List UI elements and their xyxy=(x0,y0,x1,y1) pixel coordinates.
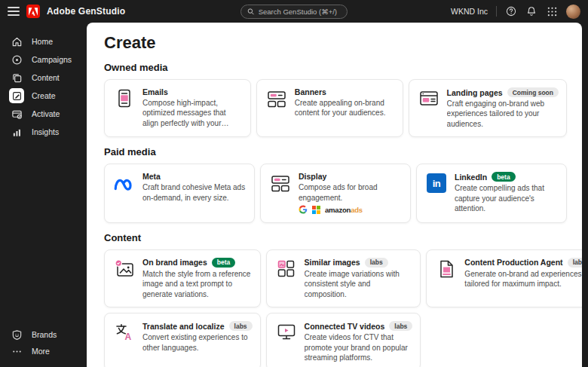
card-connected-tv-videos[interactable]: Connected TV videos labs Create videos f… xyxy=(266,313,421,367)
sidebar-item-label: Insights xyxy=(32,127,59,136)
sidebar-item-label: Activate xyxy=(32,109,60,118)
display-ads-icon xyxy=(270,172,291,215)
card-description: Compose high-impact, optimized messages … xyxy=(142,98,243,128)
card-similar-images[interactable]: Similar images labs Create image variati… xyxy=(266,249,421,307)
card-title: Meta xyxy=(142,172,161,181)
meta-logo xyxy=(114,172,135,215)
card-description: Craft engaging on-brand web experiences … xyxy=(447,99,559,129)
sidebar-item-label: More xyxy=(32,347,50,356)
sidebar-item-activate[interactable]: Activate xyxy=(0,106,87,122)
search-input[interactable] xyxy=(259,8,341,16)
topbar-divider xyxy=(496,6,497,17)
amazon-ads-logo: amazonads xyxy=(325,206,363,214)
card-description: Convert existing experiences to other la… xyxy=(142,332,253,353)
card-title: Display xyxy=(299,172,326,181)
card-translate-and-localize[interactable]: A Translate and localize labs Convert ex… xyxy=(104,313,261,367)
sidebar-item-campaigns[interactable]: Campaigns xyxy=(0,51,87,68)
sidebar-item-home[interactable]: Home xyxy=(0,33,87,50)
sidebar-item-label: Campaigns xyxy=(32,55,72,64)
card-description: Create appealing on-brand content for yo… xyxy=(295,98,395,118)
notifications-bell-icon[interactable] xyxy=(525,5,537,17)
app-title: Adobe GenStudio xyxy=(47,6,125,17)
card-title: Banners xyxy=(295,87,326,96)
linkedin-logo: in xyxy=(426,172,447,215)
landing-page-icon xyxy=(418,87,439,129)
svg-text:A: A xyxy=(125,332,132,342)
email-icon xyxy=(114,87,135,129)
labs-badge: labs xyxy=(365,258,388,268)
main-panel: Create Owned media Emails Compose high-i… xyxy=(87,23,582,367)
on-brand-images-icon xyxy=(114,258,135,299)
content-production-agent-icon xyxy=(436,258,457,299)
section-heading-owned-media: Owned media xyxy=(104,62,567,73)
labs-badge: labs xyxy=(568,258,582,268)
more-icon xyxy=(9,344,24,359)
card-on-brand-images[interactable]: On brand images beta Match the style fro… xyxy=(104,249,261,307)
sidebar-item-label: Home xyxy=(32,37,53,46)
search-icon xyxy=(247,8,255,16)
sidebar-item-label: Content xyxy=(32,73,60,82)
campaigns-icon xyxy=(9,52,24,67)
beta-badge: beta xyxy=(492,172,515,182)
create-icon xyxy=(9,88,24,103)
sidebar-item-label: Create xyxy=(32,91,56,100)
card-description: Compose ads for broad engagement. xyxy=(299,182,403,203)
home-icon xyxy=(9,34,24,49)
beta-badge: beta xyxy=(212,258,235,268)
card-banners[interactable]: Banners Create appealing on-brand conten… xyxy=(256,79,403,137)
section-heading-content: Content xyxy=(104,232,567,243)
card-title: Similar images xyxy=(305,258,360,267)
sidebar-item-label: Brands xyxy=(32,330,57,339)
sidebar: Home Campaigns Content xyxy=(0,23,87,367)
card-description: Create compelling ads that capture your … xyxy=(455,183,559,213)
activate-icon xyxy=(9,106,24,121)
card-content-production-agent[interactable]: Content Production Agent labs Generate o… xyxy=(426,249,582,307)
card-title: LinkedIn xyxy=(455,173,487,182)
card-display[interactable]: Display Compose ads for broad engagement… xyxy=(260,164,411,223)
microsoft-logo xyxy=(312,206,320,214)
sidebar-item-insights[interactable]: Insights xyxy=(0,124,87,140)
card-description: Craft brand cohesive Meta ads on-demand,… xyxy=(142,182,247,203)
translate-icon: A xyxy=(114,321,135,362)
card-title: Translate and localize xyxy=(142,322,225,331)
google-logo xyxy=(299,205,308,214)
page-title: Create xyxy=(104,33,567,53)
help-icon[interactable] xyxy=(505,5,517,17)
content-icon xyxy=(9,70,24,85)
card-title: Content Production Agent xyxy=(464,258,562,267)
labs-badge: labs xyxy=(229,321,253,331)
card-title: Emails xyxy=(142,87,168,96)
adobe-logo[interactable] xyxy=(26,5,40,18)
card-emails[interactable]: Emails Compose high-impact, optimized me… xyxy=(104,79,251,137)
top-bar: Adobe GenStudio WKND Inc xyxy=(0,0,588,23)
connected-tv-icon xyxy=(276,321,297,362)
user-avatar[interactable] xyxy=(566,5,580,19)
sidebar-item-brands[interactable]: Brands xyxy=(0,326,87,343)
similar-images-icon xyxy=(276,258,297,299)
card-title: On brand images xyxy=(142,258,207,267)
sidebar-item-more[interactable]: More xyxy=(0,343,87,359)
card-title: Connected TV videos xyxy=(305,322,385,331)
card-title: Landing pages xyxy=(447,88,503,97)
sidebar-item-content[interactable]: Content xyxy=(0,69,87,86)
insights-icon xyxy=(9,124,24,139)
org-selector[interactable]: WKND Inc xyxy=(451,7,488,16)
search-bar[interactable] xyxy=(240,5,348,19)
card-description: Generate on-brand ad experiences tailore… xyxy=(464,269,582,289)
labs-badge: labs xyxy=(389,321,412,331)
sidebar-item-create[interactable]: Create xyxy=(0,87,87,104)
card-meta[interactable]: Meta Craft brand cohesive Meta ads on-de… xyxy=(104,164,255,223)
coming-soon-badge: Coming soon xyxy=(507,87,559,97)
app-switcher-grid-icon[interactable] xyxy=(546,5,558,17)
card-description: Match the style from a reference image a… xyxy=(142,269,253,299)
partner-logos: amazonads xyxy=(299,205,403,215)
card-description: Create videos for CTV that promote your … xyxy=(305,332,413,362)
hamburger-menu-icon[interactable] xyxy=(8,7,20,16)
card-landing-pages[interactable]: Landing pages Coming soon Craft engaging… xyxy=(409,79,567,137)
card-description: Create image variations with consistent … xyxy=(305,269,413,299)
brands-icon xyxy=(9,327,24,342)
banner-icon xyxy=(266,87,287,129)
card-linkedin[interactable]: in LinkedIn beta Create compelling ads t… xyxy=(416,164,567,223)
section-heading-paid-media: Paid media xyxy=(104,146,567,158)
